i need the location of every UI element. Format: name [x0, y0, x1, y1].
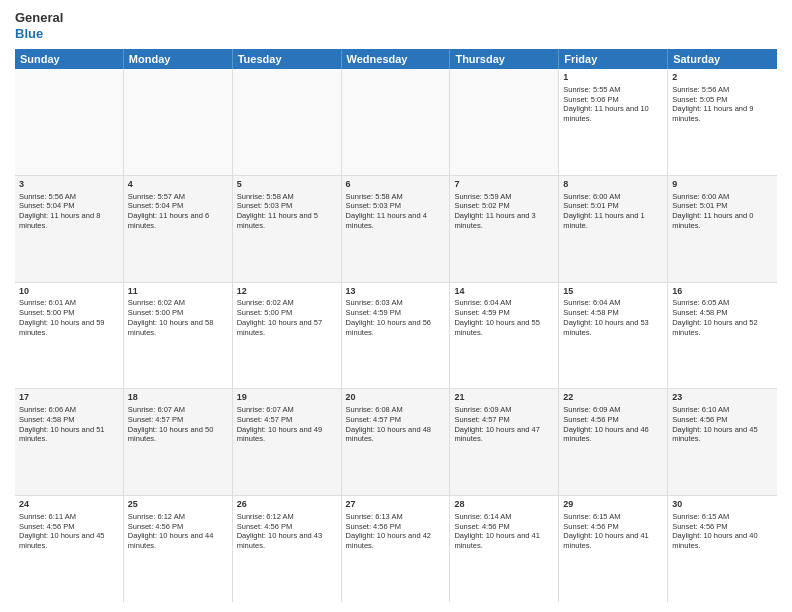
day-number: 12: [237, 286, 337, 298]
day-14: 14Sunrise: 6:04 AM Sunset: 4:59 PM Dayli…: [450, 283, 559, 389]
day-23: 23Sunrise: 6:10 AM Sunset: 4:56 PM Dayli…: [668, 389, 777, 495]
day-number: 26: [237, 499, 337, 511]
day-info: Sunrise: 6:12 AM Sunset: 4:56 PM Dayligh…: [128, 512, 213, 550]
day-number: 11: [128, 286, 228, 298]
day-3: 3Sunrise: 5:56 AM Sunset: 5:04 PM Daylig…: [15, 176, 124, 282]
logo-text: GeneralBlue: [15, 10, 63, 41]
day-number: 30: [672, 499, 773, 511]
page: GeneralBlue SundayMondayTuesdayWednesday…: [0, 0, 792, 612]
day-info: Sunrise: 5:58 AM Sunset: 5:03 PM Dayligh…: [346, 192, 427, 230]
day-info: Sunrise: 6:12 AM Sunset: 4:56 PM Dayligh…: [237, 512, 322, 550]
day-number: 9: [672, 179, 773, 191]
day-28: 28Sunrise: 6:14 AM Sunset: 4:56 PM Dayli…: [450, 496, 559, 602]
day-info: Sunrise: 5:59 AM Sunset: 5:02 PM Dayligh…: [454, 192, 535, 230]
day-info: Sunrise: 6:14 AM Sunset: 4:56 PM Dayligh…: [454, 512, 539, 550]
day-17: 17Sunrise: 6:06 AM Sunset: 4:58 PM Dayli…: [15, 389, 124, 495]
day-30: 30Sunrise: 6:15 AM Sunset: 4:56 PM Dayli…: [668, 496, 777, 602]
empty-cell: [342, 69, 451, 175]
day-info: Sunrise: 6:09 AM Sunset: 4:56 PM Dayligh…: [563, 405, 648, 443]
day-10: 10Sunrise: 6:01 AM Sunset: 5:00 PM Dayli…: [15, 283, 124, 389]
day-20: 20Sunrise: 6:08 AM Sunset: 4:57 PM Dayli…: [342, 389, 451, 495]
week-4: 17Sunrise: 6:06 AM Sunset: 4:58 PM Dayli…: [15, 389, 777, 496]
day-info: Sunrise: 6:09 AM Sunset: 4:57 PM Dayligh…: [454, 405, 539, 443]
day-number: 20: [346, 392, 446, 404]
day-info: Sunrise: 6:05 AM Sunset: 4:58 PM Dayligh…: [672, 298, 757, 336]
day-22: 22Sunrise: 6:09 AM Sunset: 4:56 PM Dayli…: [559, 389, 668, 495]
day-number: 27: [346, 499, 446, 511]
header-day-wednesday: Wednesday: [342, 49, 451, 69]
day-info: Sunrise: 6:11 AM Sunset: 4:56 PM Dayligh…: [19, 512, 104, 550]
week-2: 3Sunrise: 5:56 AM Sunset: 5:04 PM Daylig…: [15, 176, 777, 283]
day-8: 8Sunrise: 6:00 AM Sunset: 5:01 PM Daylig…: [559, 176, 668, 282]
day-number: 21: [454, 392, 554, 404]
day-number: 23: [672, 392, 773, 404]
day-21: 21Sunrise: 6:09 AM Sunset: 4:57 PM Dayli…: [450, 389, 559, 495]
day-16: 16Sunrise: 6:05 AM Sunset: 4:58 PM Dayli…: [668, 283, 777, 389]
day-info: Sunrise: 5:56 AM Sunset: 5:05 PM Dayligh…: [672, 85, 753, 123]
day-1: 1Sunrise: 5:55 AM Sunset: 5:06 PM Daylig…: [559, 69, 668, 175]
day-15: 15Sunrise: 6:04 AM Sunset: 4:58 PM Dayli…: [559, 283, 668, 389]
day-number: 13: [346, 286, 446, 298]
day-number: 2: [672, 72, 773, 84]
day-number: 3: [19, 179, 119, 191]
day-info: Sunrise: 6:02 AM Sunset: 5:00 PM Dayligh…: [237, 298, 322, 336]
week-5: 24Sunrise: 6:11 AM Sunset: 4:56 PM Dayli…: [15, 496, 777, 602]
calendar-header: SundayMondayTuesdayWednesdayThursdayFrid…: [15, 49, 777, 69]
day-number: 14: [454, 286, 554, 298]
day-info: Sunrise: 6:04 AM Sunset: 4:58 PM Dayligh…: [563, 298, 648, 336]
empty-cell: [15, 69, 124, 175]
day-info: Sunrise: 6:00 AM Sunset: 5:01 PM Dayligh…: [563, 192, 644, 230]
day-5: 5Sunrise: 5:58 AM Sunset: 5:03 PM Daylig…: [233, 176, 342, 282]
day-number: 8: [563, 179, 663, 191]
day-number: 10: [19, 286, 119, 298]
day-24: 24Sunrise: 6:11 AM Sunset: 4:56 PM Dayli…: [15, 496, 124, 602]
day-number: 1: [563, 72, 663, 84]
header-day-thursday: Thursday: [450, 49, 559, 69]
header-day-friday: Friday: [559, 49, 668, 69]
day-19: 19Sunrise: 6:07 AM Sunset: 4:57 PM Dayli…: [233, 389, 342, 495]
day-info: Sunrise: 6:07 AM Sunset: 4:57 PM Dayligh…: [237, 405, 322, 443]
day-number: 19: [237, 392, 337, 404]
day-info: Sunrise: 6:06 AM Sunset: 4:58 PM Dayligh…: [19, 405, 104, 443]
day-2: 2Sunrise: 5:56 AM Sunset: 5:05 PM Daylig…: [668, 69, 777, 175]
day-29: 29Sunrise: 6:15 AM Sunset: 4:56 PM Dayli…: [559, 496, 668, 602]
day-info: Sunrise: 6:08 AM Sunset: 4:57 PM Dayligh…: [346, 405, 431, 443]
header-day-sunday: Sunday: [15, 49, 124, 69]
day-4: 4Sunrise: 5:57 AM Sunset: 5:04 PM Daylig…: [124, 176, 233, 282]
empty-cell: [450, 69, 559, 175]
header: GeneralBlue: [15, 10, 777, 41]
day-number: 29: [563, 499, 663, 511]
header-day-monday: Monday: [124, 49, 233, 69]
day-info: Sunrise: 6:15 AM Sunset: 4:56 PM Dayligh…: [672, 512, 757, 550]
day-number: 4: [128, 179, 228, 191]
empty-cell: [124, 69, 233, 175]
day-info: Sunrise: 6:03 AM Sunset: 4:59 PM Dayligh…: [346, 298, 431, 336]
calendar-body: 1Sunrise: 5:55 AM Sunset: 5:06 PM Daylig…: [15, 69, 777, 602]
day-6: 6Sunrise: 5:58 AM Sunset: 5:03 PM Daylig…: [342, 176, 451, 282]
day-number: 24: [19, 499, 119, 511]
day-25: 25Sunrise: 6:12 AM Sunset: 4:56 PM Dayli…: [124, 496, 233, 602]
day-number: 5: [237, 179, 337, 191]
calendar: SundayMondayTuesdayWednesdayThursdayFrid…: [15, 49, 777, 602]
day-13: 13Sunrise: 6:03 AM Sunset: 4:59 PM Dayli…: [342, 283, 451, 389]
day-26: 26Sunrise: 6:12 AM Sunset: 4:56 PM Dayli…: [233, 496, 342, 602]
day-info: Sunrise: 5:58 AM Sunset: 5:03 PM Dayligh…: [237, 192, 318, 230]
day-number: 16: [672, 286, 773, 298]
day-number: 28: [454, 499, 554, 511]
day-12: 12Sunrise: 6:02 AM Sunset: 5:00 PM Dayli…: [233, 283, 342, 389]
header-day-saturday: Saturday: [668, 49, 777, 69]
day-27: 27Sunrise: 6:13 AM Sunset: 4:56 PM Dayli…: [342, 496, 451, 602]
day-number: 18: [128, 392, 228, 404]
day-9: 9Sunrise: 6:00 AM Sunset: 5:01 PM Daylig…: [668, 176, 777, 282]
day-info: Sunrise: 6:01 AM Sunset: 5:00 PM Dayligh…: [19, 298, 104, 336]
day-info: Sunrise: 6:00 AM Sunset: 5:01 PM Dayligh…: [672, 192, 753, 230]
day-info: Sunrise: 6:15 AM Sunset: 4:56 PM Dayligh…: [563, 512, 648, 550]
day-number: 22: [563, 392, 663, 404]
day-info: Sunrise: 5:56 AM Sunset: 5:04 PM Dayligh…: [19, 192, 100, 230]
day-number: 15: [563, 286, 663, 298]
week-3: 10Sunrise: 6:01 AM Sunset: 5:00 PM Dayli…: [15, 283, 777, 390]
day-11: 11Sunrise: 6:02 AM Sunset: 5:00 PM Dayli…: [124, 283, 233, 389]
day-number: 17: [19, 392, 119, 404]
logo: GeneralBlue: [15, 10, 63, 41]
day-info: Sunrise: 5:55 AM Sunset: 5:06 PM Dayligh…: [563, 85, 648, 123]
